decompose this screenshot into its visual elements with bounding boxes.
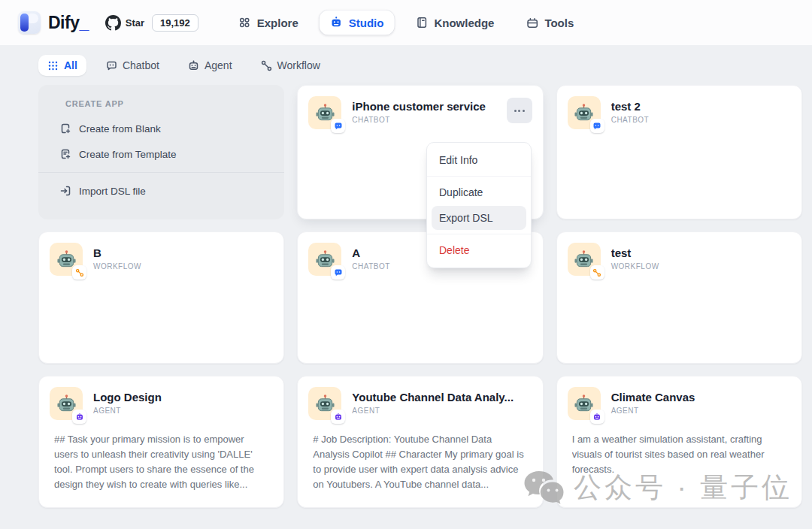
- agent-badge-icon: [331, 410, 345, 424]
- chatbot-badge-icon: [331, 119, 345, 133]
- filter-agent[interactable]: Agent: [179, 55, 241, 76]
- app-title: test 2: [611, 100, 791, 113]
- book-icon: [415, 17, 428, 29]
- dify-logo[interactable]: Dify_: [18, 11, 89, 34]
- nav-studio[interactable]: Studio: [320, 11, 395, 35]
- import-icon: [59, 185, 71, 197]
- import-dsl-button[interactable]: Import DSL file: [47, 178, 275, 204]
- file-template-icon: [59, 148, 71, 160]
- nav-tools[interactable]: Tools: [515, 11, 584, 35]
- app-title: Logo Design: [93, 391, 273, 404]
- app-card-test-2[interactable]: test 2 CHATBOT: [556, 85, 802, 219]
- app-type-filters: All Chatbot Agent Workflow: [38, 55, 812, 76]
- github-star-button[interactable]: Star 19,192: [105, 14, 198, 32]
- agent-badge-icon: [590, 410, 604, 424]
- create-from-blank-button[interactable]: Create from Blank: [47, 116, 275, 141]
- menu-item-duplicate[interactable]: Duplicate: [432, 180, 526, 204]
- menu-item-export-dsl[interactable]: Export DSL: [432, 206, 526, 230]
- apps-grid: CREATE APP Create from Blank Create from…: [38, 85, 802, 508]
- logo-text: Dify_: [48, 13, 89, 33]
- star-count: 19,192: [152, 14, 198, 32]
- app-icon: [308, 243, 341, 276]
- agent-badge-icon: [72, 410, 86, 424]
- app-card-b[interactable]: B WORKFLOW: [38, 231, 284, 364]
- app-title: test: [611, 246, 791, 259]
- filter-workflow[interactable]: Workflow: [252, 55, 329, 76]
- app-description: I am a weather simulation assistant, cra…: [572, 432, 786, 477]
- app-icon: [568, 243, 601, 276]
- app-type-label: WORKFLOW: [611, 262, 791, 271]
- app-card-test[interactable]: test WORKFLOW: [556, 231, 802, 364]
- github-icon: [105, 15, 121, 31]
- grid-dots-icon: [47, 60, 59, 71]
- chat-robot-icon: [106, 60, 117, 71]
- create-from-template-button[interactable]: Create from Template: [47, 141, 275, 167]
- agent-robot-icon: [188, 60, 199, 71]
- app-type-label: CHATBOT: [611, 116, 791, 124]
- app-type-label: WORKFLOW: [93, 262, 273, 271]
- menu-divider: [427, 234, 531, 234]
- filter-chatbot[interactable]: Chatbot: [97, 55, 168, 76]
- app-title: B: [93, 246, 273, 259]
- dify-logo-icon: [18, 11, 41, 34]
- app-card-climate-canvas[interactable]: Climate Canvas AGENT I am a weather simu…: [556, 376, 802, 508]
- main-nav: Explore Studio Knowledge Tools: [228, 11, 585, 35]
- menu-divider: [427, 176, 531, 177]
- menu-item-delete[interactable]: Delete: [432, 238, 526, 262]
- chatbot-badge-icon: [590, 119, 604, 133]
- app-title: iPhone customer service: [352, 100, 495, 113]
- robot-icon: [330, 17, 343, 29]
- nav-knowledge[interactable]: Knowledge: [404, 11, 504, 35]
- app-icon: [568, 96, 601, 129]
- app-title: Youtube Channel Data Analy...: [352, 391, 532, 404]
- app-card-logo-design[interactable]: Logo Design AGENT ## Task your primary m…: [38, 376, 284, 508]
- workflow-badge-icon: [590, 265, 604, 280]
- workflow-icon: [261, 60, 272, 71]
- create-app-title: CREATE APP: [65, 99, 284, 108]
- toolbox-icon: [526, 17, 538, 29]
- app-context-menu: Edit Info Duplicate Export DSL Delete: [426, 142, 532, 268]
- app-type-label: AGENT: [352, 407, 532, 415]
- app-card-youtube-channel-data-analysis[interactable]: Youtube Channel Data Analy... AGENT # Jo…: [297, 376, 543, 508]
- header: Dify_ Star 19,192 Explore Studio Knowled…: [0, 0, 812, 45]
- create-app-divider: [38, 172, 284, 173]
- app-icon: [50, 387, 83, 420]
- explore-icon: [238, 17, 251, 29]
- app-type-label: AGENT: [93, 407, 273, 415]
- app-type-label: CHATBOT: [352, 116, 495, 124]
- menu-item-edit-info[interactable]: Edit Info: [432, 148, 526, 172]
- create-app-panel: CREATE APP Create from Blank Create from…: [38, 85, 284, 219]
- app-type-label: AGENT: [611, 407, 791, 415]
- app-description: ## Task your primary mission is to empow…: [54, 432, 268, 493]
- nav-explore[interactable]: Explore: [228, 11, 309, 35]
- file-plus-icon: [59, 122, 71, 135]
- app-icon: [308, 387, 341, 420]
- workflow-badge-icon: [72, 265, 86, 280]
- app-icon: [308, 96, 341, 129]
- star-label: Star: [126, 17, 144, 29]
- more-options-button[interactable]: [507, 98, 532, 123]
- app-icon: [50, 243, 83, 276]
- app-title: Climate Canvas: [611, 391, 791, 404]
- app-description: # Job Description: Youtube Channel Data …: [313, 432, 527, 493]
- app-icon: [568, 387, 601, 420]
- chatbot-badge-icon: [331, 265, 345, 280]
- filter-all[interactable]: All: [38, 55, 86, 76]
